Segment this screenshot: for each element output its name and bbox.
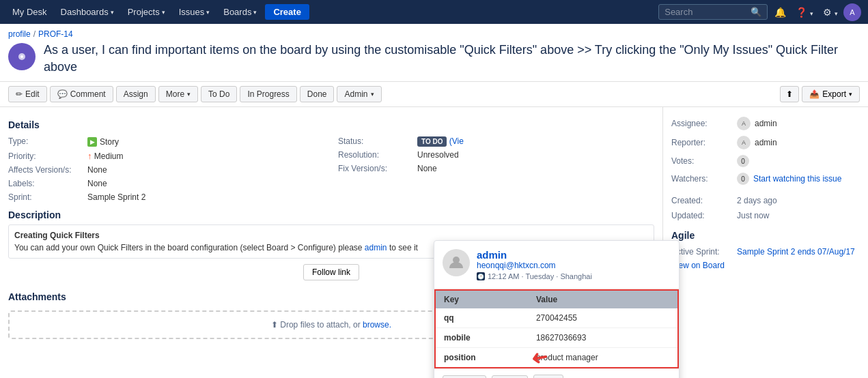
start-watching-link[interactable]: Start watching this issue <box>753 174 841 184</box>
nav-projects[interactable]: Projects ▾ <box>122 4 171 20</box>
drop-icon: ⬆ <box>271 320 278 330</box>
desc-admin-link[interactable]: admin <box>365 243 387 252</box>
create-button[interactable]: Create <box>265 4 309 20</box>
popup-table-wrapper: Key Value qq270042455mobile18627036693po… <box>434 289 679 368</box>
assign-button[interactable]: Assign <box>116 86 156 102</box>
labels-row: Labels: None <box>8 177 324 190</box>
fix-value: None <box>417 164 437 173</box>
notifications-icon[interactable]: 🔔 <box>770 4 790 20</box>
search-bar[interactable]: 🔍 <box>658 4 768 20</box>
description-section-title: Description <box>8 209 654 220</box>
updated-label: Updated: <box>671 211 733 220</box>
type-label: Type: <box>8 136 83 146</box>
details-grid: Type: ▶ Story Priority: ↑ Medium Affects… <box>8 134 654 204</box>
fix-label: Fix Version/s: <box>338 164 413 173</box>
breadcrumb-profile-link[interactable]: profile <box>8 29 31 39</box>
popup-row-key: qq <box>436 308 528 328</box>
resolution-row: Resolution: Unresolved <box>338 148 654 162</box>
popup-table-row: positionproduct manager <box>436 348 677 368</box>
assignee-label: Assignee: <box>671 119 733 128</box>
clock-icon: 🕐 <box>477 272 485 280</box>
updated-value: Just now <box>737 211 769 220</box>
labels-value: None <box>87 179 107 188</box>
reporter-value: admin <box>755 138 777 147</box>
export-button[interactable]: 📤 Export ▾ <box>802 86 860 102</box>
agile-title: Agile <box>671 230 860 241</box>
help-icon[interactable]: ❓ ▾ <box>792 4 817 20</box>
issue-header: As a user, I can find important items on… <box>0 39 868 81</box>
type-row: Type: ▶ Story <box>8 134 324 149</box>
popup-username[interactable]: admin <box>477 249 592 261</box>
popup-email[interactable]: heonqqi@hktxcn.com <box>477 261 592 270</box>
done-button[interactable]: Done <box>300 86 335 102</box>
search-input[interactable] <box>664 7 746 17</box>
popup-more-button[interactable]: More <box>492 375 528 378</box>
status-view-link[interactable]: (Vie <box>449 136 464 146</box>
popup-col-value: Value <box>528 291 677 308</box>
search-icon: 🔍 <box>751 7 761 17</box>
nav-mydesk[interactable]: My Desk <box>7 4 53 20</box>
watchers-row: Watchers: 0 Start watching this issue <box>671 170 860 188</box>
main-content: Details Type: ▶ Story Priority: ↑ Medium <box>0 107 868 378</box>
created-value: 2 days ago <box>737 196 777 205</box>
right-panel: Assignee: A admin Reporter: A admin Vote… <box>663 107 868 378</box>
dashboards-chevron-icon: ▾ <box>111 9 114 16</box>
popup-data-table: Key Value qq270042455mobile18627036693po… <box>436 291 677 367</box>
affects-label: Affects Version/s: <box>8 165 83 175</box>
votes-row: Votes: 0 <box>671 152 860 170</box>
export-chevron-icon: ▾ <box>849 91 852 98</box>
nav-boards[interactable]: Boards ▾ <box>218 4 262 20</box>
priority-label: Priority: <box>8 151 83 161</box>
dates-section: Created: 2 days ago Updated: Just now <box>671 193 860 223</box>
resolution-value: Unresolved <box>417 150 459 160</box>
details-right-col: Status: TO DO (Vie Resolution: Unresolve… <box>338 134 654 204</box>
popup-row-key: mobile <box>436 328 528 348</box>
affects-value: None <box>87 165 107 175</box>
updated-row: Updated: Just now <box>671 208 860 223</box>
active-sprint-row: Active Sprint: Sample Sprint 2 ends 07/A… <box>671 245 860 259</box>
reporter-row: Reporter: A admin <box>671 133 860 152</box>
more-button[interactable]: More ▾ <box>158 86 198 102</box>
reporter-label: Reporter: <box>671 138 733 147</box>
sprint-value: Sample Sprint 2 <box>87 192 145 202</box>
activity-button[interactable]: Activity <box>443 375 486 378</box>
popup-row-value: 18627036693 <box>528 328 677 348</box>
inprogress-button[interactable]: In Progress <box>240 86 296 102</box>
admin-chevron-icon: ▾ <box>371 91 374 98</box>
share-button[interactable]: ⬆ <box>780 86 799 102</box>
issue-toolbar: ✏ Edit 💬 Comment Assign More ▾ To Do In … <box>0 81 868 107</box>
admin-button[interactable]: Admin ▾ <box>337 86 381 102</box>
agile-section: Agile Active Sprint: Sample Sprint 2 end… <box>671 230 860 272</box>
reporter-avatar: A <box>737 136 751 149</box>
projects-chevron-icon: ▾ <box>162 9 165 16</box>
popup-header: admin heonqqi@hktxcn.com 🕐 12:12 AM · Tu… <box>434 241 679 289</box>
status-label: Status: <box>338 136 413 146</box>
todo-button[interactable]: To Do <box>201 86 237 102</box>
details-section-title: Details <box>8 119 654 130</box>
settings-icon[interactable]: ⚙ ▾ <box>819 4 842 20</box>
boards-chevron-icon: ▾ <box>253 9 257 16</box>
watchers-label: Watchers: <box>671 174 733 184</box>
fix-row: Fix Version/s: None <box>338 162 654 175</box>
top-navigation: My Desk Dashboards ▾ Projects ▾ Issues ▾… <box>0 0 868 24</box>
popup-table-row: mobile18627036693 <box>436 328 677 348</box>
details-left-col: Type: ▶ Story Priority: ↑ Medium Affects… <box>8 134 324 204</box>
nav-issues[interactable]: Issues ▾ <box>173 4 216 20</box>
nav-dashboards[interactable]: Dashboards ▾ <box>55 4 120 20</box>
edit-button[interactable]: ✏ Edit <box>8 86 47 102</box>
svg-point-2 <box>20 55 23 58</box>
nav-icon-group: 🔔 ❓ ▾ ⚙ ▾ A <box>770 3 861 21</box>
comment-button[interactable]: 💬 Comment <box>50 86 113 102</box>
more-chevron-icon: ▾ <box>187 91 191 98</box>
desc-box-title: Creating Quick Filters <box>14 231 648 240</box>
assignee-value: admin <box>755 119 777 128</box>
follow-link-button[interactable]: Follow link <box>303 264 359 280</box>
red-arrow-icon: ➜ <box>530 347 550 370</box>
browse-link[interactable]: browse. <box>363 320 391 330</box>
active-sprint-link[interactable]: Sample Sprint 2 ends 07/Aug/17 <box>737 247 855 257</box>
created-row: Created: 2 days ago <box>671 193 860 208</box>
priority-row: Priority: ↑ Medium <box>8 149 324 163</box>
popup-more-select[interactable]: ▾ <box>533 375 563 378</box>
user-avatar[interactable]: A <box>843 3 861 21</box>
breadcrumb-issue-key[interactable]: PROF-14 <box>38 29 73 39</box>
